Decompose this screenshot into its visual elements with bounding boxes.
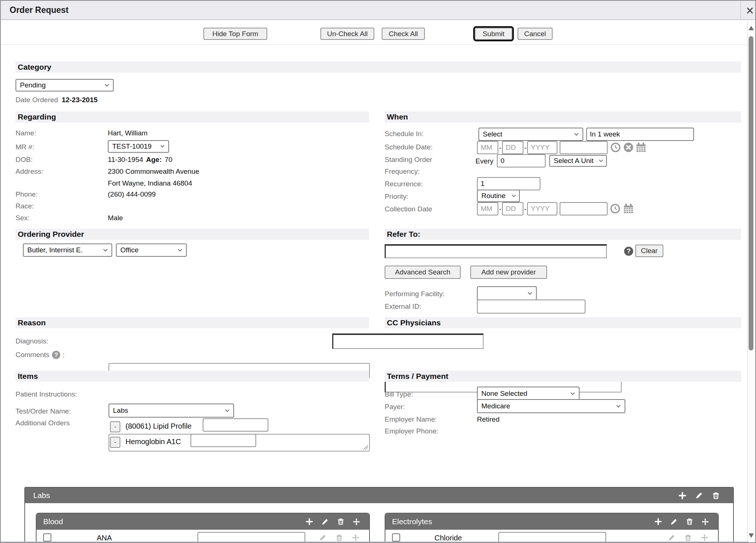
hide-top-form-button[interactable]: Hide Top Form (203, 28, 267, 40)
check-all-button[interactable]: Check All (382, 28, 425, 40)
group-delete-button[interactable] (686, 518, 693, 525)
priority-select[interactable]: Routine (477, 190, 520, 202)
group-move-handle[interactable] (353, 518, 360, 526)
name-value: Hart, William (108, 129, 148, 137)
comments-help[interactable] (52, 350, 61, 359)
question-circle-icon (624, 246, 633, 256)
labs-add-button[interactable] (678, 492, 686, 499)
collection-date-time-input[interactable] (560, 202, 608, 215)
labs-delete-button[interactable] (712, 492, 720, 499)
uncheck-all-button[interactable]: Un-Check All (320, 28, 374, 40)
reason-section-header: Reason (16, 317, 369, 328)
row-delete-button[interactable] (684, 534, 692, 542)
row-move-handle[interactable] (701, 534, 708, 542)
every-input[interactable] (497, 154, 546, 167)
unit-select[interactable]: Select A Unit (549, 155, 607, 167)
bill-type-select[interactable]: None Selected (477, 387, 580, 401)
test-order-name-select[interactable]: Labs (109, 404, 234, 418)
performing-facility-label: Performing Facility: (385, 290, 445, 298)
collection-date-dd-input[interactable] (502, 202, 523, 215)
schedule-time-picker[interactable] (611, 142, 621, 152)
refer-to-clear-button[interactable]: Clear (635, 245, 663, 257)
collection-date-mm-input[interactable] (477, 202, 498, 215)
schedule-date-time-input[interactable] (560, 141, 608, 154)
standing-order-label-line1: Standing Order (385, 156, 432, 164)
chevron-down-icon (511, 193, 517, 199)
trash-icon (712, 492, 720, 499)
scroll-down-arrow[interactable] (749, 533, 754, 538)
close-button[interactable] (743, 4, 756, 17)
collection-time-picker[interactable] (610, 204, 620, 214)
scroll-up-arrow[interactable] (749, 26, 754, 30)
advanced-search-button[interactable]: Advanced Search (385, 266, 461, 279)
standing-order-label-line2: Frequency: (385, 167, 420, 176)
electrolytes-group-panel: Electrolytes Chloride (385, 513, 719, 543)
row-delete-button[interactable] (336, 534, 343, 542)
schedule-in-text-input[interactable] (586, 128, 694, 141)
patient-instructions-label: Patient Instructions: (16, 390, 77, 398)
date-separator: - (524, 205, 526, 213)
schedule-date-picker[interactable] (636, 142, 646, 153)
sex-label: Sex: (16, 214, 30, 222)
payer-select[interactable]: Medicare (477, 399, 625, 413)
order-item-input[interactable] (203, 418, 268, 432)
schedule-date-yyyy-input[interactable] (527, 141, 557, 154)
group-move-handle[interactable] (701, 518, 709, 526)
vertical-scrollbar[interactable] (747, 21, 755, 542)
refer-to-search-input[interactable] (385, 244, 607, 258)
add-new-provider-button[interactable]: Add new provider (470, 266, 547, 279)
schedule-date-mm-input[interactable] (477, 141, 498, 154)
phone-value: (260) 444-0099 (108, 190, 156, 198)
schedule-in-select[interactable]: Select (478, 128, 583, 141)
chevron-down-icon (159, 143, 165, 149)
test-order-name-select-value: Labs (113, 407, 128, 415)
collection-date-picker[interactable] (623, 203, 634, 214)
refer-to-help[interactable] (624, 246, 633, 256)
external-id-input[interactable] (477, 300, 585, 314)
schedule-date-dd-input[interactable] (502, 141, 523, 154)
provider-location-select-value: Office (120, 246, 138, 254)
category-select[interactable]: Pending (16, 79, 114, 91)
row-edit-button[interactable] (319, 534, 327, 542)
age-value: 70 (165, 156, 172, 164)
submit-button[interactable]: Submit (475, 28, 512, 40)
name-label: Name: (16, 129, 36, 137)
chevron-down-icon (527, 290, 533, 297)
address-line2: Fort Wayne, Indiana 46804 (108, 179, 192, 187)
schedule-date-clear[interactable] (623, 142, 633, 152)
remove-order-button[interactable]: - (110, 437, 120, 448)
lab-test-name: ANA (97, 534, 112, 542)
pencil-icon (695, 491, 703, 499)
scrollbar-thumb[interactable] (749, 36, 753, 350)
diagnosis-input[interactable] (332, 333, 484, 349)
row-move-handle[interactable] (352, 534, 360, 542)
row-edit-button[interactable] (668, 534, 676, 542)
group-add-button[interactable] (654, 518, 662, 525)
collection-date-yyyy-input[interactable] (527, 202, 557, 215)
provider-location-select[interactable]: Office (116, 243, 187, 257)
lab-test-checkbox[interactable] (392, 533, 400, 542)
order-item-input[interactable] (190, 434, 256, 447)
lab-test-checkbox[interactable] (43, 533, 51, 542)
recurrence-input[interactable] (477, 177, 540, 190)
regarding-section-header: Regarding (16, 111, 369, 122)
when-section-header: When (385, 111, 741, 122)
diagnosis-label: Diagnosis: (16, 337, 48, 345)
clock-icon (611, 142, 621, 152)
mr-select[interactable]: TEST-10019 (108, 140, 169, 153)
dialog-title: Order Request (10, 5, 69, 15)
pencil-icon (321, 518, 329, 526)
remove-order-button[interactable]: - (110, 421, 120, 432)
move-icon (701, 518, 709, 526)
performing-facility-select[interactable] (477, 286, 537, 300)
every-label: Every (475, 157, 494, 165)
group-delete-button[interactable] (337, 518, 344, 525)
cancel-button[interactable]: Cancel (518, 28, 553, 40)
group-edit-button[interactable] (321, 518, 329, 526)
priority-select-value: Routine (481, 192, 506, 200)
dob-value: 11-30-1954 (108, 156, 143, 164)
group-add-button[interactable] (306, 518, 313, 525)
labs-edit-button[interactable] (695, 491, 703, 499)
group-edit-button[interactable] (670, 518, 678, 526)
ordering-provider-select[interactable]: Butler, Internist E. (23, 243, 112, 257)
